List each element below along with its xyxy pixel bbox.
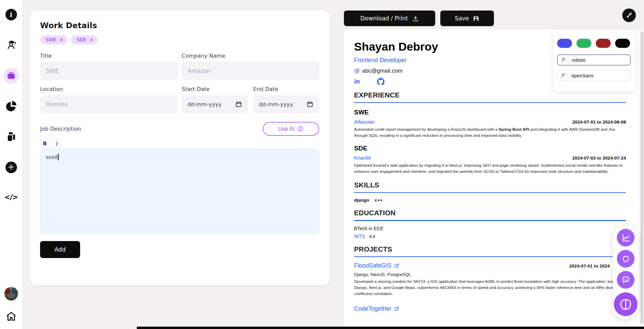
download-print-label: Download / Print <box>360 15 408 22</box>
desc-text: Automated credit report management by de… <box>354 127 499 132</box>
info-icon: i <box>5 9 17 20</box>
analytics-button[interactable] <box>617 229 634 246</box>
graduate-icon <box>5 38 18 51</box>
resume-email: abc@gmail.com <box>362 68 403 74</box>
font-input-value: openSans <box>568 70 593 81</box>
calendar-icon[interactable] <box>307 101 313 108</box>
section-divider <box>354 102 626 103</box>
job-title: SWE <box>354 109 626 116</box>
job-description-text: Optimized Knackit’s web application by m… <box>354 163 626 175</box>
end-date-input[interactable]: dd-mm-yyyy <box>253 95 319 113</box>
project-dates: 2024-07-01 to 2024 <box>569 263 610 269</box>
job-title: SDE <box>354 145 626 152</box>
active-item-highlight <box>3 68 19 84</box>
chip-remove-icon[interactable]: ✕ <box>90 37 93 42</box>
text-caret <box>58 154 59 160</box>
chart-icon <box>621 233 630 242</box>
sidebar-item-profile[interactable] <box>4 287 18 300</box>
company-input[interactable]: Amazon <box>182 62 319 80</box>
download-icon <box>412 15 419 22</box>
heading-font-input[interactable]: ℱ roboto <box>557 54 631 66</box>
project-title-link[interactable]: FloodSafeGIS <box>354 262 399 269</box>
color-pill-blue[interactable] <box>557 39 572 48</box>
chip-sde: SDE ✕ <box>71 35 97 44</box>
font-icon: ℱ <box>557 70 568 81</box>
sidebar-item-skills[interactable] <box>5 100 17 113</box>
sidebar-item-projects[interactable] <box>5 131 17 144</box>
chat-smiley-icon <box>621 275 630 285</box>
section-divider <box>354 220 626 221</box>
chip-label: SDE <box>76 37 86 42</box>
download-print-button[interactable]: Download / Print <box>344 11 435 26</box>
title-label: Title <box>40 53 178 59</box>
project-title-link[interactable]: CodeTogether <box>354 305 399 312</box>
add-button[interactable]: Add <box>40 241 80 258</box>
swirl-icon <box>621 254 630 263</box>
color-pill-red[interactable] <box>596 39 611 48</box>
job-dates: 2024-07-01 to 2024-08-08 <box>572 120 626 125</box>
location-label: Location <box>40 86 178 92</box>
font-icon: ℱ <box>558 55 568 65</box>
linkedin-icon[interactable]: in <box>354 78 360 85</box>
feedback-button[interactable] <box>617 271 634 289</box>
theme-editor-button[interactable] <box>622 8 636 22</box>
calendar-icon[interactable] <box>235 101 242 108</box>
sidebar-item-work[interactable] <box>3 68 19 84</box>
chip-remove-icon[interactable]: ✕ <box>60 37 63 42</box>
save-label: Save <box>455 15 469 22</box>
experience-heading: EXPERIENCE <box>354 91 626 99</box>
form-row-1: Title SWE Company Name Amazon <box>40 53 319 80</box>
experience-item: SWE Atlassian 2024-07-01 to 2024-08-08 A… <box>354 109 626 139</box>
education-degree: BTech in ECE <box>354 226 626 231</box>
theme-color-options <box>557 39 631 48</box>
external-link-icon <box>394 263 399 268</box>
use-ai-button[interactable]: Use AI <box>263 122 319 136</box>
project-description: Developed a winning solution for SIH’23,… <box>354 279 626 297</box>
save-button[interactable]: Save <box>440 11 494 26</box>
title-input[interactable]: SWE <box>40 62 178 80</box>
company-link[interactable]: Atlassian <box>354 119 375 125</box>
color-pill-green[interactable] <box>576 39 591 48</box>
end-date-label: End Date <box>253 86 319 92</box>
start-date-label: Start Date <box>182 86 248 92</box>
at-icon: @ <box>354 68 360 74</box>
color-pill-black[interactable] <box>615 39 630 48</box>
templates-button[interactable] <box>617 250 634 268</box>
pie-chart-icon <box>5 100 17 113</box>
resume-builder-app: i <box>0 0 644 329</box>
sidebar-item-education[interactable] <box>5 38 18 51</box>
save-icon <box>473 15 479 22</box>
education-school-link[interactable]: NITS <box>354 234 365 239</box>
italic-button[interactable]: I <box>52 139 61 148</box>
project-tech: Django, NextJS, PostgreSQL <box>354 272 626 277</box>
project-title: FloodSafeGIS <box>354 262 391 269</box>
sidebar: i <box>0 0 22 329</box>
body-font-input[interactable]: ℱ openSans <box>557 70 631 81</box>
sidebar-item-add-section[interactable]: + <box>5 162 17 173</box>
bold-button[interactable]: B <box>40 139 50 148</box>
vertical-scrollbar-thumb[interactable] <box>641 32 643 324</box>
ai-assistant-button[interactable] <box>614 292 638 316</box>
skill-item: c++ <box>374 198 382 203</box>
chip-swe: SWE ✕ <box>40 35 68 44</box>
sidebar-item-code[interactable]: </> <box>4 193 18 201</box>
sidebar-item-home[interactable] <box>5 310 17 323</box>
use-ai-label: Use AI <box>278 126 295 132</box>
job-description-textarea[interactable]: sssd <box>40 149 319 234</box>
chip-label: SWE <box>45 37 56 42</box>
textarea-value: sssd <box>46 154 58 160</box>
skills-heading: SKILLS <box>354 181 626 189</box>
github-icon[interactable] <box>377 78 385 86</box>
form-row-2: Location Remote Start Date dd-mm-yyyy <box>40 86 319 113</box>
start-date-input[interactable]: dd-mm-yyyy <box>182 95 248 113</box>
work-entry-chips: SWE ✕ SDE ✕ <box>40 35 319 44</box>
company-link[interactable]: Knackit <box>354 155 371 161</box>
horizontal-scrollbar-thumb[interactable] <box>137 327 644 329</box>
skills-list: django c++ <box>354 198 626 203</box>
location-input[interactable]: Remote <box>40 95 178 113</box>
sidebar-item-info[interactable]: i <box>5 9 17 20</box>
job-description-label: Job Description <box>40 126 81 132</box>
job-description-text: Automated credit report management by de… <box>354 127 626 139</box>
vertical-scrollbar[interactable] <box>640 30 644 329</box>
section-divider <box>354 192 626 193</box>
